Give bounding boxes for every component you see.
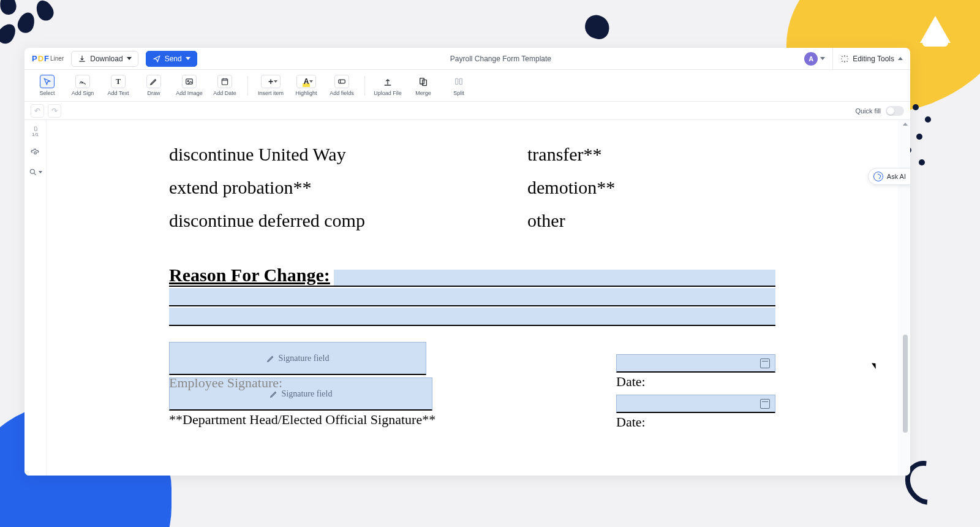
tool-label: Add Date bbox=[213, 90, 236, 96]
undo-button[interactable]: ↶ bbox=[31, 104, 44, 118]
tool-label: Add fields bbox=[330, 90, 354, 96]
document-page: discontinue United Way extend probation*… bbox=[47, 120, 898, 476]
tool-add-text[interactable]: T Add Text bbox=[102, 72, 135, 99]
chevron-down-icon bbox=[186, 57, 190, 60]
adobe-style-logo bbox=[920, 16, 951, 47]
settings-button[interactable] bbox=[30, 147, 41, 158]
toolbar: Select Add Sign T Add Text Draw Add Imag… bbox=[24, 70, 910, 102]
svg-point-1 bbox=[187, 80, 189, 82]
send-label: Send bbox=[165, 55, 182, 63]
tool-label: Upload File bbox=[374, 90, 402, 96]
date-label: Date: bbox=[616, 374, 775, 390]
chevron-down-icon bbox=[39, 171, 42, 173]
tool-draw[interactable]: Draw bbox=[137, 72, 170, 99]
tool-label: Select bbox=[39, 90, 55, 96]
ask-ai-button[interactable]: Ask AI bbox=[868, 168, 910, 185]
logo-letter: F bbox=[44, 54, 49, 63]
tool-label: Add Sign bbox=[72, 90, 94, 96]
download-label: Download bbox=[90, 55, 123, 63]
option-text: discontinue United Way bbox=[169, 143, 417, 165]
ask-ai-icon bbox=[873, 172, 883, 181]
calendar-icon bbox=[760, 358, 770, 368]
scroll-up-arrow[interactable] bbox=[903, 123, 908, 126]
bg-blob-navy-top-left bbox=[0, 0, 67, 49]
reason-text-field[interactable] bbox=[334, 270, 775, 286]
chevron-down-icon bbox=[127, 57, 132, 60]
tool-label: Split bbox=[453, 90, 464, 96]
app-logo[interactable]: P D F Liner bbox=[32, 54, 64, 63]
dept-signature-label: **Department Head/Elected Official Signa… bbox=[169, 412, 604, 428]
document-viewport[interactable]: discontinue United Way extend probation*… bbox=[47, 120, 910, 476]
reason-heading: Reason For Change: bbox=[169, 265, 330, 286]
send-icon bbox=[153, 55, 161, 63]
toolbar-separator bbox=[364, 76, 365, 96]
tool-label: Add Text bbox=[108, 90, 129, 96]
chevron-down-icon bbox=[820, 57, 825, 60]
svg-rect-7 bbox=[459, 78, 462, 84]
account-menu[interactable]: A bbox=[804, 52, 825, 66]
option-text: discontinue deferred comp bbox=[169, 210, 417, 232]
employee-signature-field[interactable]: Signature field bbox=[169, 342, 426, 375]
draw-icon bbox=[146, 75, 161, 88]
tool-insert-item[interactable]: + Insert item bbox=[254, 72, 287, 99]
logo-tail: Liner bbox=[50, 55, 64, 62]
sub-toolbar: ↶ ↷ Quick fill bbox=[24, 102, 910, 120]
tool-add-date[interactable]: Add Date bbox=[208, 72, 241, 99]
add-image-icon bbox=[182, 75, 197, 88]
add-fields-icon bbox=[334, 75, 349, 88]
tool-upload-file[interactable]: Upload File bbox=[371, 72, 404, 99]
page-indicator: 1/1 bbox=[32, 132, 39, 137]
tool-split[interactable]: Split bbox=[442, 72, 475, 99]
signature-field-label: Signature field bbox=[279, 354, 330, 363]
quick-fill-toggle[interactable]: Quick fill bbox=[855, 106, 904, 116]
add-sign-icon bbox=[75, 75, 90, 88]
select-icon bbox=[40, 75, 55, 88]
reason-text-field[interactable] bbox=[169, 288, 775, 306]
option-text: demotion** bbox=[527, 176, 775, 199]
vertical-scrollbar[interactable] bbox=[903, 335, 908, 433]
tool-add-image[interactable]: Add Image bbox=[173, 72, 206, 99]
logo-letter: D bbox=[38, 54, 43, 63]
ask-ai-label: Ask AI bbox=[887, 173, 906, 180]
upload-file-icon bbox=[380, 75, 395, 88]
date-label: Date: bbox=[616, 414, 775, 430]
chevron-up-icon bbox=[898, 57, 903, 60]
tool-merge[interactable]: Merge bbox=[407, 72, 440, 99]
search-button[interactable] bbox=[29, 168, 42, 176]
bg-blob-navy-bottom-right bbox=[907, 460, 943, 502]
date-field-2[interactable] bbox=[616, 395, 775, 413]
svg-rect-3 bbox=[339, 80, 345, 83]
header-bar: P D F Liner Download Send Payroll Change… bbox=[24, 48, 910, 70]
bg-blob-navy-mid bbox=[582, 12, 612, 41]
svg-point-8 bbox=[34, 151, 37, 154]
add-text-icon: T bbox=[111, 75, 126, 88]
pages-panel-button[interactable]: 1/1 bbox=[30, 126, 41, 137]
tool-select[interactable]: Select bbox=[31, 72, 64, 99]
mouse-cursor bbox=[873, 362, 880, 370]
send-button[interactable]: Send bbox=[146, 51, 197, 67]
reason-text-field[interactable] bbox=[169, 308, 775, 326]
signature-field-label: Signature field bbox=[282, 389, 333, 399]
download-button[interactable]: Download bbox=[71, 51, 138, 67]
option-text: extend probation** bbox=[169, 176, 417, 199]
document-title: Payroll Change Form Template bbox=[205, 55, 797, 63]
toolbar-separator bbox=[247, 76, 248, 96]
tool-label: Merge bbox=[415, 90, 431, 96]
tool-highlight[interactable]: A Highlight bbox=[290, 72, 323, 99]
avatar: A bbox=[804, 52, 818, 66]
svg-rect-6 bbox=[456, 78, 458, 84]
date-field-1[interactable] bbox=[616, 354, 775, 373]
logo-letter: P bbox=[32, 54, 37, 63]
tool-label: Highlight bbox=[295, 90, 317, 96]
toggle-switch bbox=[886, 106, 904, 116]
insert-item-icon: + bbox=[261, 75, 281, 88]
svg-rect-2 bbox=[222, 79, 227, 85]
add-date-icon bbox=[217, 75, 232, 88]
tool-label: Draw bbox=[147, 90, 160, 96]
tool-add-sign[interactable]: Add Sign bbox=[66, 72, 99, 99]
editing-tools-icon bbox=[840, 55, 849, 63]
highlight-icon: A bbox=[296, 75, 316, 88]
tool-add-fields[interactable]: Add fields bbox=[325, 72, 358, 99]
editing-tools-button[interactable]: Editing Tools bbox=[832, 48, 903, 69]
redo-button[interactable]: ↷ bbox=[48, 104, 61, 118]
